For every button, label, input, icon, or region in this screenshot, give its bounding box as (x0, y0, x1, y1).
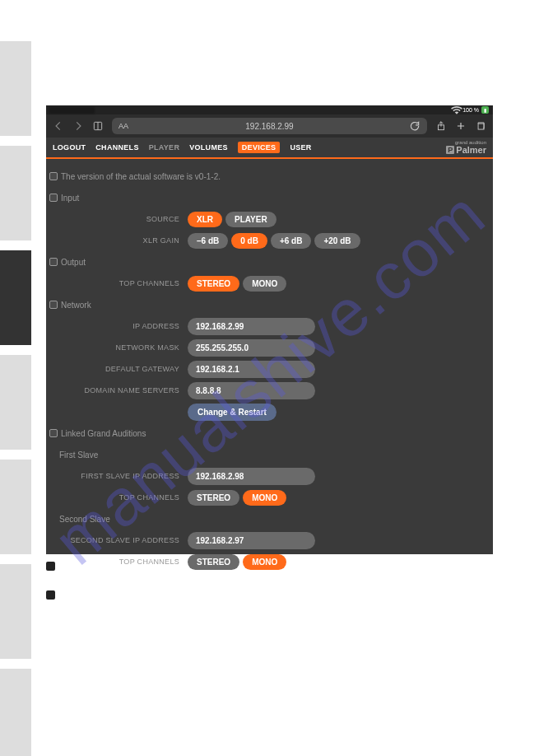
app-nav-menu: LOGOUT CHANNELS PLAYER VOLUMES DEVICES U… (46, 138, 493, 159)
logo-main: PPalmer (446, 145, 486, 155)
checkbox[interactable] (49, 301, 58, 309)
top-stereo-button[interactable]: STEREO (188, 276, 239, 292)
gateway-input[interactable]: 192.168.2.1 (188, 361, 315, 378)
network-section-header: Network (46, 296, 493, 314)
version-text: The version of the actual software is v0… (61, 172, 221, 181)
first-slave-ip-label: FIRST SLAVE IP ADDRESS (46, 472, 188, 480)
source-label: SOURCE (46, 215, 188, 223)
nav-channels[interactable]: CHANNELS (95, 143, 138, 152)
sidebar-block (0, 355, 31, 450)
page-sidebar (0, 41, 31, 756)
dns-label: DOMAIN NAME SERVERS (46, 386, 188, 394)
version-row: The version of the actual software is v0… (46, 167, 493, 185)
dns-input[interactable]: 8.8.8.8 (188, 382, 315, 399)
battery-percent: 100 % (462, 107, 479, 113)
browser-address-bar: AA 192.168.2.99 (46, 114, 493, 138)
gain-label: XLR GAIN (46, 236, 188, 245)
device-screenshot: 100 % ▮ AA 192.168.2.99 LOGOUT CHANNELS … (46, 105, 493, 554)
below-screenshot (46, 562, 55, 619)
first-top-label: TOP CHANNELS (46, 493, 188, 502)
ip-input[interactable]: 192.168.2.99 (188, 318, 315, 335)
nav-player[interactable]: PLAYER (149, 143, 179, 152)
plus-icon[interactable] (455, 120, 467, 132)
mask-label: NETWORK MASK (46, 343, 188, 352)
gain-minus6-button[interactable]: –6 dB (188, 233, 228, 249)
second-top-label: TOP CHANNELS (46, 558, 188, 566)
gain-0-button[interactable]: 0 dB (231, 233, 267, 249)
blurred-region (49, 107, 95, 114)
back-icon[interactable] (53, 120, 64, 132)
bullet-box (46, 590, 55, 600)
second-stereo-button[interactable]: STEREO (188, 554, 239, 570)
sidebar-block (0, 146, 31, 240)
change-restart-button[interactable]: Change & Restart (188, 404, 276, 421)
second-mono-button[interactable]: MONO (243, 554, 286, 570)
section-label: Output (61, 258, 86, 267)
forward-icon[interactable] (72, 120, 84, 132)
tabs-icon[interactable] (475, 120, 486, 132)
top-channels-label: TOP CHANNELS (46, 279, 188, 287)
first-slave-ip-input[interactable]: 192.168.2.98 (188, 468, 315, 485)
url-field[interactable]: AA 192.168.2.99 (112, 118, 427, 134)
gain-plus6-button[interactable]: +6 dB (271, 233, 312, 249)
content-area: The version of the actual software is v0… (46, 159, 493, 579)
wifi-icon (451, 105, 462, 116)
input-section-header: Input (46, 189, 493, 207)
source-player-button[interactable]: PLAYER (225, 212, 276, 227)
status-bar: 100 % ▮ (46, 105, 493, 114)
mask-input[interactable]: 255.255.255.0 (188, 339, 315, 357)
sidebar-block (0, 460, 31, 554)
nav-logout[interactable]: LOGOUT (53, 143, 86, 152)
sidebar-block-active (0, 250, 31, 345)
sidebar-block (0, 669, 31, 756)
output-section-header: Output (46, 253, 493, 271)
second-slave-ip-input[interactable]: 192.168.2.97 (188, 532, 315, 549)
gateway-label: DEFAULT GATEWAY (46, 365, 188, 373)
gain-plus20-button[interactable]: +20 dB (314, 233, 360, 249)
first-stereo-button[interactable]: STEREO (188, 490, 239, 506)
first-slave-label: First Slave (59, 450, 98, 460)
checkbox[interactable] (49, 194, 58, 202)
brand-logo: grand audition PPalmer (446, 140, 486, 155)
sidebar-block (0, 41, 31, 136)
second-slave-ip-label: SECOND SLAVE IP ADDRESS (46, 536, 188, 544)
share-icon[interactable] (435, 120, 447, 132)
checkbox[interactable] (49, 172, 58, 180)
first-mono-button[interactable]: MONO (243, 490, 286, 506)
refresh-icon[interactable] (409, 120, 421, 132)
sidebar-block (0, 564, 31, 659)
text-size-icon[interactable]: AA (118, 122, 128, 130)
section-label: Network (61, 301, 91, 310)
top-mono-button[interactable]: MONO (243, 276, 286, 292)
book-icon[interactable] (92, 120, 104, 132)
nav-user[interactable]: USER (290, 143, 311, 152)
checkbox[interactable] (49, 429, 58, 437)
section-label: Input (61, 194, 79, 203)
second-slave-label: Second Slave (59, 515, 110, 524)
ip-label: IP ADDRESS (46, 322, 188, 330)
battery-icon: ▮ (481, 106, 489, 114)
nav-devices[interactable]: DEVICES (238, 142, 281, 153)
url-text: 192.168.2.99 (245, 122, 293, 131)
linked-section-header: Linked Grand Auditions (46, 424, 493, 442)
nav-volumes[interactable]: VOLUMES (189, 143, 228, 152)
section-label: Linked Grand Auditions (61, 429, 146, 438)
bullet-box (46, 562, 55, 571)
checkbox[interactable] (49, 258, 58, 266)
source-xlr-button[interactable]: XLR (188, 212, 222, 227)
